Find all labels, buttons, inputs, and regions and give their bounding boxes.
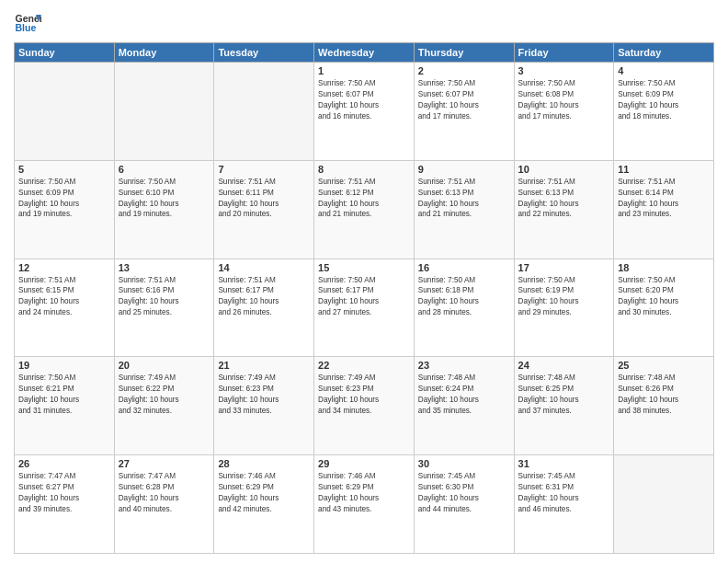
day-number: 3 <box>518 65 610 76</box>
day-info: Sunrise: 7:46 AMSunset: 6:29 PMDaylight:… <box>318 471 410 515</box>
calendar-day-cell: 23Sunrise: 7:48 AMSunset: 6:24 PMDayligh… <box>414 357 514 455</box>
calendar-day-cell: 16Sunrise: 7:50 AMSunset: 6:18 PMDayligh… <box>414 259 514 357</box>
calendar-day-cell: 8Sunrise: 7:51 AMSunset: 6:12 PMDaylight… <box>314 160 415 259</box>
day-info: Sunrise: 7:51 AMSunset: 6:11 PMDaylight:… <box>218 177 310 221</box>
calendar-table: SundayMondayTuesdayWednesdayThursdayFrid… <box>14 42 714 554</box>
day-info: Sunrise: 7:46 AMSunset: 6:29 PMDaylight:… <box>218 471 310 515</box>
calendar-day-cell: 14Sunrise: 7:51 AMSunset: 6:17 PMDayligh… <box>214 259 314 357</box>
calendar-day-cell: 18Sunrise: 7:50 AMSunset: 6:20 PMDayligh… <box>614 259 714 357</box>
calendar-day-header: Sunday <box>15 43 115 63</box>
calendar-day-header: Thursday <box>414 43 514 63</box>
calendar-day-cell: 30Sunrise: 7:45 AMSunset: 6:30 PMDayligh… <box>414 455 514 554</box>
day-number: 21 <box>218 360 310 371</box>
calendar-day-cell: 11Sunrise: 7:51 AMSunset: 6:14 PMDayligh… <box>614 160 714 259</box>
day-info: Sunrise: 7:50 AMSunset: 6:07 PMDaylight:… <box>318 78 410 122</box>
day-number: 1 <box>318 65 410 76</box>
calendar-day-header: Friday <box>514 43 614 63</box>
day-number: 27 <box>119 458 210 469</box>
day-info: Sunrise: 7:51 AMSunset: 6:13 PMDaylight:… <box>418 177 510 221</box>
calendar-day-cell: 27Sunrise: 7:47 AMSunset: 6:28 PMDayligh… <box>114 455 214 554</box>
day-info: Sunrise: 7:45 AMSunset: 6:31 PMDaylight:… <box>518 471 610 515</box>
calendar-week-row: 12Sunrise: 7:51 AMSunset: 6:15 PMDayligh… <box>15 259 714 357</box>
calendar-week-row: 19Sunrise: 7:50 AMSunset: 6:21 PMDayligh… <box>15 357 714 455</box>
day-info: Sunrise: 7:51 AMSunset: 6:15 PMDaylight:… <box>18 275 110 319</box>
calendar-day-cell: 7Sunrise: 7:51 AMSunset: 6:11 PMDaylight… <box>214 160 314 259</box>
day-info: Sunrise: 7:47 AMSunset: 6:27 PMDaylight:… <box>18 471 110 515</box>
day-number: 7 <box>218 164 310 175</box>
calendar-day-cell: 28Sunrise: 7:46 AMSunset: 6:29 PMDayligh… <box>214 455 314 554</box>
day-number: 6 <box>119 164 210 175</box>
calendar-day-header: Saturday <box>614 43 714 63</box>
header: General Blue <box>14 9 714 37</box>
day-info: Sunrise: 7:47 AMSunset: 6:28 PMDaylight:… <box>119 471 210 515</box>
calendar-day-cell: 13Sunrise: 7:51 AMSunset: 6:16 PMDayligh… <box>114 259 214 357</box>
calendar-day-cell: 20Sunrise: 7:49 AMSunset: 6:22 PMDayligh… <box>114 357 214 455</box>
day-number: 9 <box>418 164 510 175</box>
day-number: 13 <box>119 262 210 273</box>
day-info: Sunrise: 7:45 AMSunset: 6:30 PMDaylight:… <box>418 471 510 515</box>
calendar-week-row: 26Sunrise: 7:47 AMSunset: 6:27 PMDayligh… <box>15 455 714 554</box>
calendar-day-cell: 17Sunrise: 7:50 AMSunset: 6:19 PMDayligh… <box>514 259 614 357</box>
calendar-day-cell: 21Sunrise: 7:49 AMSunset: 6:23 PMDayligh… <box>214 357 314 455</box>
day-number: 23 <box>418 360 510 371</box>
calendar-week-row: 5Sunrise: 7:50 AMSunset: 6:09 PMDaylight… <box>15 160 714 259</box>
calendar-day-header: Monday <box>114 43 214 63</box>
day-info: Sunrise: 7:51 AMSunset: 6:13 PMDaylight:… <box>518 177 610 221</box>
day-number: 8 <box>318 164 410 175</box>
svg-text:Blue: Blue <box>16 22 37 33</box>
day-number: 26 <box>18 458 110 469</box>
day-info: Sunrise: 7:49 AMSunset: 6:23 PMDaylight:… <box>218 373 310 417</box>
calendar-day-cell: 4Sunrise: 7:50 AMSunset: 6:09 PMDaylight… <box>614 63 714 161</box>
day-info: Sunrise: 7:48 AMSunset: 6:24 PMDaylight:… <box>418 373 510 417</box>
day-info: Sunrise: 7:50 AMSunset: 6:08 PMDaylight:… <box>518 78 610 122</box>
calendar-day-cell: 2Sunrise: 7:50 AMSunset: 6:07 PMDaylight… <box>414 63 514 161</box>
calendar-day-cell: 25Sunrise: 7:48 AMSunset: 6:26 PMDayligh… <box>614 357 714 455</box>
calendar-day-cell: 10Sunrise: 7:51 AMSunset: 6:13 PMDayligh… <box>514 160 614 259</box>
day-number: 18 <box>618 262 710 273</box>
day-number: 19 <box>18 360 110 371</box>
calendar-day-cell <box>214 63 314 161</box>
calendar-day-cell: 9Sunrise: 7:51 AMSunset: 6:13 PMDaylight… <box>414 160 514 259</box>
day-number: 10 <box>518 164 610 175</box>
calendar-day-cell <box>114 63 214 161</box>
day-number: 25 <box>618 360 710 371</box>
day-info: Sunrise: 7:50 AMSunset: 6:17 PMDaylight:… <box>318 275 410 319</box>
day-info: Sunrise: 7:48 AMSunset: 6:26 PMDaylight:… <box>618 373 710 417</box>
day-info: Sunrise: 7:50 AMSunset: 6:09 PMDaylight:… <box>618 78 710 122</box>
calendar-header-row: SundayMondayTuesdayWednesdayThursdayFrid… <box>15 43 714 63</box>
page: General Blue SundayMondayTuesdayWednesda… <box>0 0 728 563</box>
calendar-day-cell: 31Sunrise: 7:45 AMSunset: 6:31 PMDayligh… <box>514 455 614 554</box>
day-number: 29 <box>318 458 410 469</box>
day-info: Sunrise: 7:51 AMSunset: 6:14 PMDaylight:… <box>618 177 710 221</box>
calendar-day-cell: 15Sunrise: 7:50 AMSunset: 6:17 PMDayligh… <box>314 259 415 357</box>
day-number: 15 <box>318 262 410 273</box>
day-number: 5 <box>18 164 110 175</box>
day-info: Sunrise: 7:50 AMSunset: 6:19 PMDaylight:… <box>518 275 610 319</box>
logo: General Blue <box>14 9 45 37</box>
day-info: Sunrise: 7:50 AMSunset: 6:20 PMDaylight:… <box>618 275 710 319</box>
day-number: 30 <box>418 458 510 469</box>
calendar-day-header: Wednesday <box>314 43 415 63</box>
calendar-day-cell: 26Sunrise: 7:47 AMSunset: 6:27 PMDayligh… <box>15 455 115 554</box>
day-info: Sunrise: 7:48 AMSunset: 6:25 PMDaylight:… <box>518 373 610 417</box>
calendar-day-header: Tuesday <box>214 43 314 63</box>
day-number: 12 <box>18 262 110 273</box>
day-info: Sunrise: 7:50 AMSunset: 6:07 PMDaylight:… <box>418 78 510 122</box>
day-info: Sunrise: 7:50 AMSunset: 6:10 PMDaylight:… <box>119 177 210 221</box>
day-info: Sunrise: 7:49 AMSunset: 6:23 PMDaylight:… <box>318 373 410 417</box>
calendar-week-row: 1Sunrise: 7:50 AMSunset: 6:07 PMDaylight… <box>15 63 714 161</box>
day-info: Sunrise: 7:51 AMSunset: 6:12 PMDaylight:… <box>318 177 410 221</box>
day-number: 4 <box>618 65 710 76</box>
day-number: 2 <box>418 65 510 76</box>
day-number: 17 <box>518 262 610 273</box>
logo-icon: General Blue <box>14 9 41 37</box>
calendar-day-cell: 5Sunrise: 7:50 AMSunset: 6:09 PMDaylight… <box>15 160 115 259</box>
day-number: 11 <box>618 164 710 175</box>
calendar-day-cell: 6Sunrise: 7:50 AMSunset: 6:10 PMDaylight… <box>114 160 214 259</box>
calendar-day-cell: 19Sunrise: 7:50 AMSunset: 6:21 PMDayligh… <box>15 357 115 455</box>
day-number: 20 <box>119 360 210 371</box>
calendar-day-cell <box>614 455 714 554</box>
day-info: Sunrise: 7:50 AMSunset: 6:09 PMDaylight:… <box>18 177 110 221</box>
calendar-day-cell: 3Sunrise: 7:50 AMSunset: 6:08 PMDaylight… <box>514 63 614 161</box>
calendar-day-cell: 24Sunrise: 7:48 AMSunset: 6:25 PMDayligh… <box>514 357 614 455</box>
